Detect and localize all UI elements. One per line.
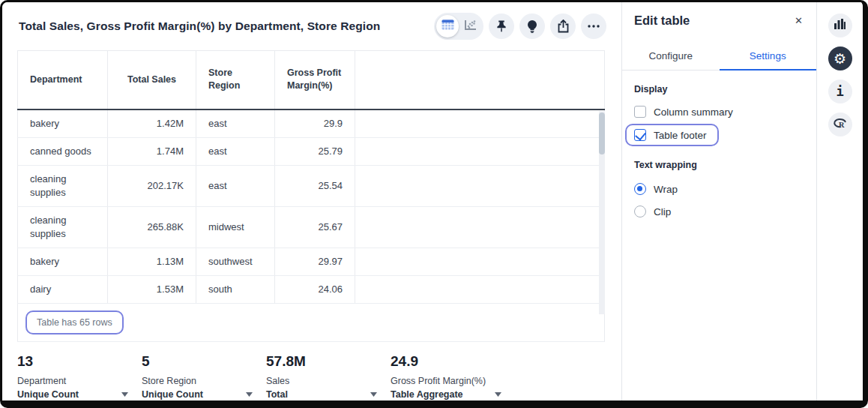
- radio-selected-icon[interactable]: [634, 183, 646, 195]
- table-footer-checkbox-row[interactable]: Table footer: [625, 124, 719, 146]
- column-header-department[interactable]: Department: [18, 51, 108, 110]
- cell-total-sales[interactable]: 202.17K: [108, 165, 196, 206]
- table-scrollbar-thumb[interactable]: [599, 112, 605, 154]
- element-title: Total Sales, Gross Profit Margin(%) by D…: [19, 20, 380, 33]
- chevron-down-icon[interactable]: [121, 392, 128, 397]
- cell-gross-profit-margin[interactable]: 24.06: [275, 275, 355, 303]
- share-icon: [557, 20, 570, 33]
- view-toggle: [434, 13, 483, 40]
- summary-aggregate: Table Aggregate: [391, 388, 463, 400]
- cell-store-region[interactable]: south: [196, 275, 275, 303]
- tab-settings[interactable]: Settings: [720, 44, 817, 70]
- checkbox-checked-icon[interactable]: [634, 129, 646, 141]
- table-row: canned goods 1.74M east 25.79: [18, 137, 605, 165]
- cell-gross-profit-margin[interactable]: 29.97: [275, 248, 355, 275]
- explain-button[interactable]: [519, 14, 545, 39]
- table-footer-row: Table has 65 rows: [18, 303, 605, 341]
- export-button[interactable]: [550, 14, 576, 39]
- cell-store-region[interactable]: east: [196, 165, 275, 206]
- clip-radio-row[interactable]: Clip: [634, 200, 804, 223]
- column-header-empty: [355, 51, 605, 110]
- cell-department[interactable]: cleaning supplies: [18, 206, 108, 248]
- info-icon: i: [836, 84, 843, 99]
- cell-empty: [355, 110, 605, 138]
- checkbox-label: Column summary: [654, 106, 733, 118]
- radio-label: Wrap: [654, 184, 678, 195]
- column-header-gross-profit-margin[interactable]: Gross Profit Margin(%): [275, 51, 355, 110]
- bar-chart-icon: [834, 19, 846, 32]
- cell-department[interactable]: canned goods: [18, 137, 108, 165]
- chevron-down-icon[interactable]: [370, 392, 377, 397]
- summary-value: 5: [142, 353, 253, 370]
- element-toolbar: [434, 13, 606, 40]
- element-header: Total Sales, Gross Profit Margin(%) by D…: [2, 2, 621, 44]
- edit-table-panel: Edit table ✕ Configure Settings Display …: [621, 2, 816, 400]
- cell-gross-profit-margin[interactable]: 25.54: [275, 165, 355, 206]
- more-button[interactable]: [581, 14, 606, 39]
- cell-department[interactable]: cleaning supplies: [18, 165, 108, 206]
- chart-elements-button[interactable]: [828, 14, 852, 38]
- table-view-button[interactable]: [436, 15, 459, 38]
- display-section-label: Display: [634, 84, 804, 94]
- lightbulb-icon: [526, 20, 538, 33]
- table-row: cleaning supplies 202.17K east 25.54: [18, 165, 605, 206]
- cell-gross-profit-margin[interactable]: 29.9: [275, 110, 355, 138]
- cell-total-sales[interactable]: 1.13M: [108, 248, 196, 275]
- close-icon[interactable]: ✕: [793, 14, 804, 27]
- summary-card-department: 13 Department Unique Count: [17, 353, 128, 408]
- pin-button[interactable]: [489, 14, 514, 39]
- table-row: bakery 1.42M east 29.9: [18, 110, 605, 138]
- cell-store-region[interactable]: southwest: [196, 248, 275, 275]
- summary-card-gross-profit-margin: 24.9 Gross Profit Margin(%) Table Aggreg…: [391, 353, 501, 408]
- table-header-row: Department Total Sales Store Region Gros…: [18, 51, 605, 110]
- data-table: Department Total Sales Store Region Gros…: [17, 50, 605, 342]
- cell-department[interactable]: bakery: [18, 110, 108, 138]
- summary-value: 13: [17, 353, 128, 370]
- summary-value: 57.8M: [266, 353, 377, 370]
- summary-aggregate: Unique Count: [142, 388, 203, 400]
- r-language-button[interactable]: R: [828, 112, 852, 136]
- wrap-radio-row[interactable]: Wrap: [634, 178, 804, 200]
- cell-department[interactable]: bakery: [18, 248, 108, 275]
- checkbox-unchecked-icon[interactable]: [634, 106, 646, 118]
- settings-button[interactable]: ⚙: [828, 46, 852, 70]
- cell-total-sales[interactable]: 1.42M: [108, 110, 196, 138]
- cell-store-region[interactable]: east: [196, 137, 275, 165]
- cell-store-region[interactable]: midwest: [196, 206, 275, 248]
- cell-empty: [355, 248, 605, 275]
- info-button[interactable]: i: [828, 80, 852, 104]
- summary-column: Store Region: [142, 375, 253, 387]
- summary-aggregate: Total: [266, 388, 288, 400]
- cell-empty: [355, 137, 605, 165]
- table-scrollbar-track: [599, 111, 605, 314]
- cell-store-region[interactable]: east: [196, 110, 275, 138]
- cell-total-sales[interactable]: 265.88K: [108, 206, 196, 248]
- chevron-down-icon[interactable]: [246, 392, 253, 397]
- r-logo-icon: R: [833, 117, 847, 132]
- column-summary-checkbox-row[interactable]: Column summary: [634, 102, 804, 122]
- radio-unselected-icon[interactable]: [634, 206, 646, 218]
- scatter-chart-icon: [464, 20, 477, 34]
- worksheet-canvas: Total Sales, Gross Profit Margin(%) by D…: [2, 2, 621, 400]
- chevron-down-icon[interactable]: [495, 392, 501, 397]
- column-header-total-sales[interactable]: Total Sales: [108, 51, 196, 110]
- cell-gross-profit-margin[interactable]: 25.67: [275, 206, 355, 248]
- table-row: cleaning supplies 265.88K midwest 25.67: [18, 206, 605, 248]
- column-header-store-region[interactable]: Store Region: [196, 51, 275, 110]
- summary-column: Department: [17, 375, 128, 387]
- cell-department[interactable]: dairy: [18, 275, 108, 303]
- summary-column: Gross Profit Margin(%): [391, 375, 501, 387]
- panel-tabs: Configure Settings: [622, 44, 816, 70]
- table-footer-text: Table has 65 rows: [25, 310, 124, 334]
- table-row: bakery 1.13M southwest 29.97: [18, 248, 605, 275]
- cell-empty: [355, 275, 605, 303]
- ellipsis-icon: [588, 25, 600, 28]
- cell-empty: [355, 206, 605, 248]
- cell-total-sales[interactable]: 1.53M: [108, 275, 196, 303]
- tab-configure[interactable]: Configure: [622, 44, 720, 70]
- chart-view-button[interactable]: [459, 15, 481, 38]
- summary-cards: 13 Department Unique Count 5 Store Regio…: [17, 353, 621, 408]
- table-icon: [441, 20, 454, 33]
- cell-total-sales[interactable]: 1.74M: [108, 137, 196, 165]
- cell-gross-profit-margin[interactable]: 25.79: [275, 137, 355, 165]
